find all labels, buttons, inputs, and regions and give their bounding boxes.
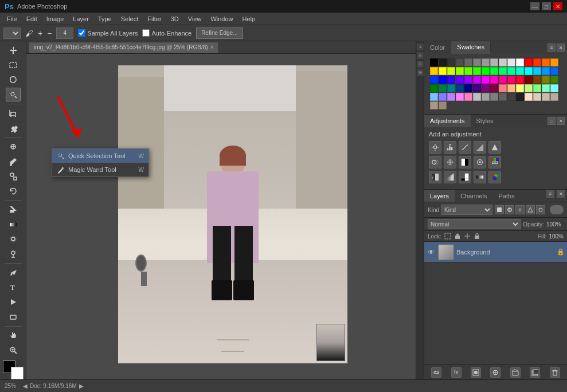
minimize-button[interactable]: —: [530, 2, 539, 10]
swatch-item[interactable]: [542, 93, 550, 101]
swatch-item[interactable]: [516, 84, 524, 92]
shape-tool[interactable]: [6, 310, 21, 324]
layers-panel-menu-button[interactable]: ≡: [546, 190, 554, 198]
swatch-item[interactable]: [473, 84, 481, 92]
swatch-item[interactable]: [430, 58, 438, 66]
swatch-item[interactable]: [464, 93, 472, 101]
filter-pixel-icon[interactable]: [495, 205, 504, 214]
menu-help[interactable]: Help: [238, 14, 260, 23]
document-tab[interactable]: img_v2_f4d861b0-cf9f-4f55-9c85-551cc4e7f…: [29, 42, 219, 53]
menu-edit[interactable]: Edit: [22, 14, 42, 23]
auto-enhance-checkbox[interactable]: [142, 29, 150, 37]
swatch-item[interactable]: [525, 93, 533, 101]
swatch-item[interactable]: [447, 76, 455, 84]
sample-all-layers-checkbox[interactable]: [78, 29, 85, 37]
swatch-item[interactable]: [430, 76, 438, 84]
blend-mode-select[interactable]: Normal Dissolve Multiply Screen Overlay: [428, 219, 521, 229]
layers-panel-close-button[interactable]: ✕: [557, 190, 565, 198]
swatch-item[interactable]: [482, 76, 490, 84]
swatch-item[interactable]: [490, 58, 498, 66]
add-style-button[interactable]: fx: [451, 367, 462, 378]
expand-color-panel-icon[interactable]: ◂: [417, 44, 424, 50]
swatch-item[interactable]: [439, 101, 447, 109]
lock-image-icon[interactable]: [453, 232, 462, 240]
swatch-item[interactable]: [447, 93, 455, 101]
swatch-item[interactable]: [533, 76, 541, 84]
swatch-item[interactable]: [550, 93, 558, 101]
swatch-item[interactable]: [473, 93, 481, 101]
brush-subtract-icon[interactable]: −: [47, 29, 52, 38]
adj-panel-btn-1[interactable]: □: [548, 117, 556, 125]
swatch-item[interactable]: [447, 84, 455, 92]
swatch-item[interactable]: [439, 58, 447, 66]
swatch-item[interactable]: [447, 58, 455, 66]
swatch-item[interactable]: [542, 67, 550, 75]
adjustments-tab[interactable]: Adjustments: [424, 115, 471, 127]
swatch-item[interactable]: [430, 67, 438, 75]
swatch-item[interactable]: [456, 93, 464, 101]
zoom-tool[interactable]: [6, 343, 21, 357]
panel-close-button[interactable]: ✕: [557, 44, 565, 52]
swatch-item[interactable]: [550, 76, 558, 84]
swatch-item[interactable]: [525, 84, 533, 92]
add-mask-button[interactable]: [471, 367, 481, 378]
hue-sat-adj-icon[interactable]: [429, 156, 441, 168]
swatch-item[interactable]: [499, 84, 507, 92]
gradient-map-adj-icon[interactable]: [474, 171, 486, 183]
lock-transparent-icon[interactable]: [444, 232, 452, 240]
tool-preset-select[interactable]: [3, 28, 21, 39]
swatch-item[interactable]: [473, 67, 481, 75]
panel-view-icon[interactable]: ⊞: [417, 61, 424, 68]
brightness-adj-icon[interactable]: [429, 141, 441, 154]
menu-file[interactable]: File: [2, 14, 22, 23]
swatch-item[interactable]: [456, 76, 464, 84]
swatch-item[interactable]: [456, 58, 464, 66]
swatch-item[interactable]: [550, 67, 558, 75]
swatch-item[interactable]: [456, 67, 464, 75]
swatch-item[interactable]: [525, 67, 533, 75]
swatch-item[interactable]: [439, 67, 447, 75]
swatch-item[interactable]: [499, 67, 507, 75]
sample-all-layers-label[interactable]: Sample All Layers: [78, 29, 138, 37]
posterize-adj-icon[interactable]: [444, 171, 456, 183]
swatch-item[interactable]: [430, 84, 438, 92]
photo-filter-adj-icon[interactable]: [474, 156, 486, 168]
menu-type[interactable]: Type: [93, 14, 116, 23]
swatch-item[interactable]: [490, 84, 498, 92]
swatch-item[interactable]: [439, 93, 447, 101]
swatch-item[interactable]: [490, 67, 498, 75]
swatch-item[interactable]: [542, 58, 550, 66]
swatch-item[interactable]: [542, 84, 550, 92]
swatch-item[interactable]: [482, 67, 490, 75]
swatch-item[interactable]: [550, 58, 558, 66]
panel-options-icon[interactable]: ⊕: [417, 52, 424, 59]
swatch-item[interactable]: [464, 67, 472, 75]
document-tab-close[interactable]: ×: [210, 44, 214, 50]
swatch-item[interactable]: [507, 93, 515, 101]
close-button[interactable]: ✕: [553, 2, 562, 10]
brush-size-input[interactable]: [56, 28, 73, 39]
marquee-tool[interactable]: [6, 58, 21, 72]
swatch-item[interactable]: [507, 76, 515, 84]
swatch-item[interactable]: [482, 84, 490, 92]
swatch-item[interactable]: [516, 76, 524, 84]
swatch-item[interactable]: [516, 93, 524, 101]
channels-tab[interactable]: Channels: [455, 190, 492, 202]
filter-shape-icon[interactable]: [526, 205, 535, 214]
paths-tab[interactable]: Paths: [493, 190, 521, 202]
layers-kind-select[interactable]: Kind Name Effect Mode Attribute Color: [441, 205, 492, 215]
swatch-item[interactable]: [499, 58, 507, 66]
vibrance-adj-icon[interactable]: [488, 141, 501, 154]
new-fill-adj-button[interactable]: [490, 367, 500, 378]
filter-type-icon[interactable]: T: [515, 205, 525, 214]
brush-add-icon[interactable]: +: [38, 29, 42, 38]
swatch-item[interactable]: [533, 67, 541, 75]
blur-tool[interactable]: [6, 233, 21, 246]
swatch-item[interactable]: [430, 93, 438, 101]
swatch-item[interactable]: [464, 84, 472, 92]
eraser-tool[interactable]: [6, 203, 21, 217]
swatch-item[interactable]: [439, 76, 447, 84]
quick-selection-tool[interactable]: [6, 88, 21, 101]
swatch-item[interactable]: [473, 58, 481, 66]
lock-position-icon[interactable]: [463, 232, 471, 240]
